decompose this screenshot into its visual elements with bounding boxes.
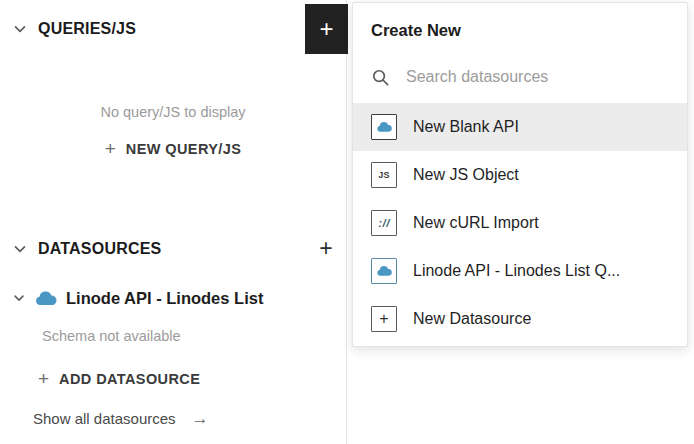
plus-icon-text: + [379, 311, 388, 327]
js-icon: JS [371, 162, 397, 188]
create-new-dropdown: Create New New Blank API JS New JS Objec… [352, 2, 688, 347]
menu-item-new-js-object[interactable]: JS New JS Object [353, 151, 687, 199]
search-datasources-input[interactable] [404, 67, 668, 87]
add-datasource-button[interactable]: + ADD DATASOURCE [38, 369, 200, 388]
queries-empty-message: No query/JS to display [0, 104, 346, 120]
plus-icon: + [319, 17, 333, 41]
curl-icon-text: :// [378, 217, 390, 229]
menu-item-label: New JS Object [413, 166, 519, 184]
menu-item-label: Linode API - Linodes List Q... [413, 262, 620, 280]
menu-item-linode-api[interactable]: Linode API - Linodes List Q... [353, 247, 687, 295]
js-icon-text: JS [378, 170, 390, 180]
new-query-js-button[interactable]: + NEW QUERY/JS [0, 139, 346, 158]
chevron-down-icon [12, 241, 28, 257]
dropdown-item-list: New Blank API JS New JS Object :// New c… [353, 103, 687, 343]
datasources-section-header[interactable]: DATASOURCES [12, 240, 161, 258]
menu-item-new-curl-import[interactable]: :// New cURL Import [353, 199, 687, 247]
show-all-datasources-link[interactable]: Show all datasources → [33, 410, 209, 427]
search-row [353, 55, 687, 99]
plus-icon: + [319, 237, 332, 260]
plus-icon: + [371, 306, 397, 332]
add-query-button[interactable]: + [305, 4, 348, 54]
schema-status-text: Schema not available [42, 328, 181, 344]
dropdown-title: Create New [371, 21, 461, 40]
menu-item-label: New Datasource [413, 310, 531, 328]
menu-item-label: New Blank API [413, 118, 519, 136]
cloud-icon [371, 258, 397, 284]
datasource-item-linode[interactable]: Linode API - Linodes List [0, 284, 346, 312]
cloud-icon [371, 114, 397, 140]
cloud-icon [34, 290, 57, 307]
new-query-js-label: NEW QUERY/JS [126, 141, 241, 157]
menu-item-new-datasource[interactable]: + New Datasource [353, 295, 687, 343]
add-datasource-plus-button[interactable]: + [314, 236, 338, 260]
show-all-label: Show all datasources [33, 410, 176, 427]
add-datasource-label: ADD DATASOURCE [59, 371, 200, 387]
explorer-sidebar: QUERIES/JS + No query/JS to display + NE… [0, 0, 347, 444]
menu-item-label: New cURL Import [413, 214, 539, 232]
chevron-down-icon[interactable] [12, 291, 26, 305]
plus-icon: + [105, 139, 116, 158]
datasources-section-title: DATASOURCES [38, 240, 161, 258]
curl-icon: :// [371, 210, 397, 236]
menu-item-new-blank-api[interactable]: New Blank API [353, 103, 687, 151]
search-icon [371, 68, 390, 87]
queries-section-title: QUERIES/JS [38, 20, 136, 38]
datasource-name: Linode API - Linodes List [66, 289, 263, 308]
queries-section-header[interactable]: QUERIES/JS [12, 20, 136, 38]
plus-icon: + [38, 369, 49, 388]
arrow-right-icon: → [192, 410, 209, 427]
chevron-down-icon [12, 21, 28, 37]
